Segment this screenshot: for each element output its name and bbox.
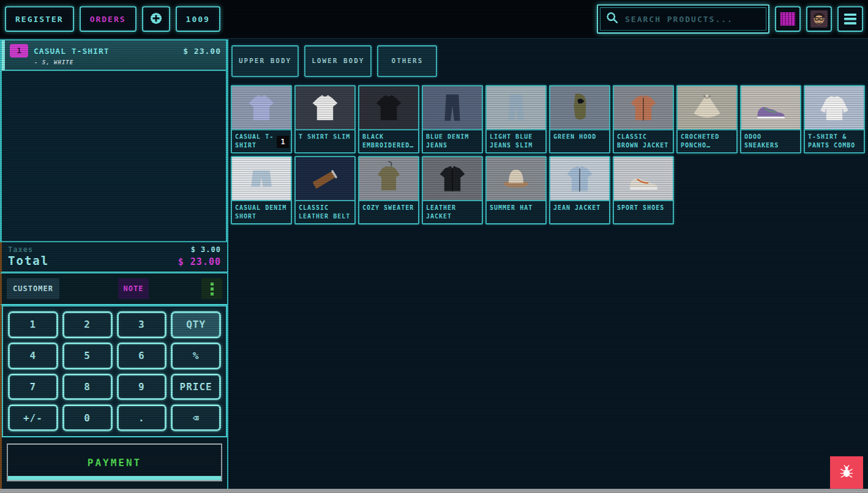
- numpad-wrap: 123QTY456%789PRICE+/-0.⌫: [0, 305, 227, 437]
- taxes-label: Taxes: [8, 245, 33, 254]
- taxes-value: $ 3.00: [191, 245, 221, 254]
- category-button-lower-body[interactable]: LOWER BODY: [304, 45, 372, 77]
- numpad-key-percent[interactable]: %: [171, 343, 221, 369]
- numpad-key-2[interactable]: 2: [62, 311, 113, 338]
- product-name: SUMMER HAT: [487, 200, 545, 223]
- line-qty-badge: 1: [10, 44, 28, 57]
- product-card[interactable]: BLACK EMBROIDERED…: [358, 85, 419, 154]
- product-card[interactable]: LEATHER JACKET: [422, 156, 483, 224]
- product-image: [296, 157, 354, 200]
- plus-circle-icon: [150, 12, 162, 26]
- numpad-key-6[interactable]: 6: [117, 343, 167, 369]
- product-image: [678, 86, 736, 129]
- search-icon: [605, 11, 619, 27]
- more-actions-button[interactable]: [201, 278, 222, 299]
- category-button-upper-body[interactable]: UPPER BODY: [231, 45, 299, 77]
- navbar-right-group: [597, 4, 863, 34]
- total-label: Total: [8, 254, 49, 267]
- numpad-key-0[interactable]: 0: [62, 404, 113, 431]
- numpad-key-7[interactable]: 7: [8, 374, 58, 401]
- product-name: COZY SWEATER: [359, 200, 418, 223]
- product-card[interactable]: JEAN JACKET: [549, 156, 610, 224]
- product-name: T SHIRT SLIM: [296, 129, 354, 152]
- numpad-key-5[interactable]: 5: [62, 343, 113, 369]
- numpad-key-3[interactable]: 3: [117, 311, 167, 338]
- orders-button[interactable]: ORDERS: [80, 6, 137, 32]
- product-image: [741, 86, 800, 129]
- numpad-key-qty[interactable]: QTY: [171, 311, 221, 338]
- bug-icon: [839, 464, 854, 481]
- product-image: [423, 86, 482, 129]
- new-order-button[interactable]: [142, 6, 170, 32]
- line-attributes: - S, WHITE: [34, 59, 221, 65]
- top-navbar: REGISTER ORDERS 1009: [0, 0, 868, 39]
- payment-button[interactable]: PAYMENT: [7, 443, 222, 481]
- product-name: GREEN HOOD: [550, 129, 609, 152]
- product-image: [614, 86, 673, 129]
- product-search-box[interactable]: [597, 4, 769, 34]
- product-area: UPPER BODYLOWER BODYOTHERS CASUAL T-SHIR…: [228, 39, 868, 489]
- product-card[interactable]: SPORT SHOES: [613, 156, 674, 224]
- product-image: [296, 86, 354, 129]
- cashier-avatar: [810, 10, 828, 28]
- product-card[interactable]: CLASSIC BROWN JACKET: [613, 85, 674, 154]
- line-price: $ 23.00: [183, 46, 221, 56]
- product-name: CROCHETED PONCHO…: [678, 129, 736, 152]
- product-image: [359, 86, 418, 129]
- customer-button[interactable]: CUSTOMER: [7, 278, 59, 299]
- taxes-row: Taxes $ 3.00: [8, 245, 221, 254]
- product-card[interactable]: CROCHETED PONCHO…: [676, 85, 738, 154]
- numpad-key-9[interactable]: 9: [117, 374, 167, 401]
- payment-area: PAYMENT: [0, 437, 227, 489]
- hamburger-menu-icon: [844, 13, 856, 24]
- order-actions-row: CUSTOMER NOTE: [0, 273, 227, 305]
- product-card[interactable]: CLASSIC LEATHER BELT: [294, 156, 356, 224]
- product-image: [232, 157, 291, 200]
- product-image: [487, 157, 545, 200]
- product-card[interactable]: T SHIRT SLIM: [294, 85, 356, 154]
- product-count-badge: 1: [277, 136, 289, 148]
- cashier-button[interactable]: [806, 6, 832, 32]
- order-number-button[interactable]: 1009: [176, 6, 220, 32]
- barcode-button[interactable]: [775, 6, 801, 32]
- product-card[interactable]: ODOO SNEAKERS: [740, 85, 801, 154]
- note-button[interactable]: NOTE: [118, 278, 149, 299]
- product-name: SPORT SHOES: [614, 200, 673, 223]
- numpad-key-price[interactable]: PRICE: [171, 374, 221, 401]
- numpad-key-4[interactable]: 4: [8, 343, 58, 369]
- category-button-others[interactable]: OTHERS: [377, 45, 437, 77]
- product-card[interactable]: SUMMER HAT: [485, 156, 547, 224]
- product-image: [487, 86, 545, 129]
- product-image: [232, 86, 291, 129]
- product-name: CASUAL DENIM SHORT: [232, 200, 291, 223]
- product-name: BLACK EMBROIDERED…: [359, 129, 418, 152]
- debug-button[interactable]: [830, 456, 863, 489]
- order-line-list: 1CASUAL T-SHIRT$ 23.00- S, WHITE: [0, 39, 227, 242]
- product-image: [614, 157, 673, 200]
- order-line[interactable]: 1CASUAL T-SHIRT$ 23.00- S, WHITE: [2, 40, 226, 71]
- main-menu-button[interactable]: [837, 6, 863, 32]
- search-input[interactable]: [625, 15, 761, 24]
- numpad-key-8[interactable]: 8: [62, 374, 113, 401]
- product-card[interactable]: COZY SWEATER: [358, 156, 419, 224]
- product-name: JEAN JACKET: [550, 200, 609, 223]
- product-name: LIGHT BLUE JEANS SLIM: [487, 129, 545, 152]
- product-image: [550, 86, 609, 129]
- product-card[interactable]: CASUAL T-SHIRT1: [231, 85, 292, 154]
- product-name: ODOO SNEAKERS: [741, 129, 800, 152]
- kebab-menu-icon: [211, 283, 214, 295]
- product-card[interactable]: GREEN HOOD: [549, 85, 610, 154]
- product-card[interactable]: LIGHT BLUE JEANS SLIM: [485, 85, 547, 154]
- numpad-key-decimal[interactable]: .: [117, 404, 167, 431]
- numpad-key-backspace[interactable]: ⌫: [171, 404, 221, 431]
- order-summary: Taxes $ 3.00 Total $ 23.00: [0, 242, 227, 273]
- pos-app: REGISTER ORDERS 1009: [0, 0, 868, 493]
- product-grid: CASUAL T-SHIRT1T SHIRT SLIMBLACK EMBROID…: [231, 85, 866, 224]
- numpad-key-1[interactable]: 1: [8, 311, 58, 338]
- numpad-key-sign[interactable]: +/-: [8, 404, 58, 431]
- product-card[interactable]: CASUAL DENIM SHORT: [231, 156, 292, 224]
- register-button[interactable]: REGISTER: [5, 6, 74, 32]
- total-row: Total $ 23.00: [8, 254, 221, 267]
- product-card[interactable]: T-SHIRT & PANTS COMBO: [804, 85, 865, 154]
- product-card[interactable]: BLUE DENIM JEANS: [422, 85, 483, 154]
